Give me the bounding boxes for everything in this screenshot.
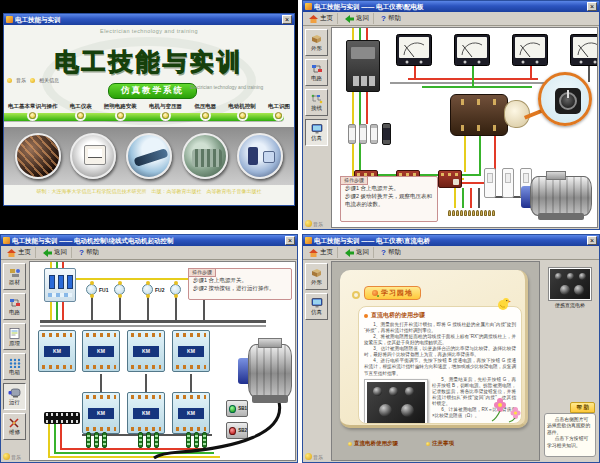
fuse-dark[interactable] [382,123,391,145]
sidebar-appearance[interactable]: 外形 [305,263,328,290]
sidebar-simulation[interactable]: 仿真 [305,293,328,320]
start-button-box[interactable]: SB1 [226,400,248,417]
contactor[interactable]: KM [172,330,210,372]
home-button[interactable]: 主页 [5,247,36,258]
titlebar: 电工技能与实训 —— 电工仪表\配电板 × [303,1,599,12]
photo-meter[interactable] [70,133,116,179]
home-button[interactable]: 主页 [307,247,338,258]
menu-item-motors-transformers[interactable]: 电机与变压器 [149,103,182,119]
menu-item-basics[interactable]: 电工基本常识与操作 [8,103,58,119]
sidebar-appearance[interactable]: 外形 [305,29,328,56]
menu-item-lowvoltage[interactable]: 低压电器 [194,103,216,119]
rotary-switch-knob[interactable] [555,88,581,114]
fuse[interactable] [359,124,367,144]
terminal-strip[interactable] [448,210,495,216]
wire [470,188,472,208]
fuse[interactable] [86,284,97,295]
main-menu: 电工基本常识与操作 电工仪表 照明电路安装 电机与变压器 低压电器 电动机控制 … [8,103,290,119]
flower-icon [372,290,378,296]
fuse[interactable] [142,284,153,295]
contactor[interactable]: KM [38,330,76,372]
music-icon[interactable] [305,220,312,227]
home-button[interactable]: 主页 [307,13,338,24]
sidebar-principle[interactable]: 原理 [3,323,26,350]
back-button[interactable]: 返回 [343,13,374,24]
back-button[interactable]: 返回 [41,247,72,258]
menu-dot-icon[interactable] [239,112,246,119]
fuse[interactable] [170,284,181,295]
wire [91,295,93,320]
back-button[interactable]: 返回 [343,247,374,258]
contactor[interactable]: KM [127,330,165,372]
photo-components[interactable] [237,133,283,179]
wiring-icon [311,94,323,104]
relay[interactable] [502,168,514,198]
photo-tool[interactable] [126,133,172,179]
sidebar-simulation[interactable]: 仿真 [305,119,328,146]
menu-dot-icon[interactable] [77,112,84,119]
help-button[interactable]: ? 帮助 [77,247,103,258]
device-thumbnail[interactable] [549,268,591,300]
help-button[interactable]: ? 帮助 [379,247,405,258]
link-precautions[interactable]: 注意事项 [426,440,454,447]
fuse[interactable] [114,284,125,295]
close-icon[interactable]: × [587,2,597,11]
sidebar: 外形 仿真 音乐 [303,260,330,462]
relay[interactable] [484,168,496,198]
terminal-block[interactable] [44,412,80,424]
sidebar-circuit[interactable]: 电路 [3,293,26,320]
motor[interactable] [248,344,292,398]
close-icon[interactable]: × [282,15,292,24]
menu-dot-icon[interactable] [162,112,169,119]
contactor[interactable]: KM [82,392,120,434]
circuit-breaker[interactable] [44,268,76,302]
sidebar-wiring[interactable]: 接线 [305,89,328,116]
thumbnail-label: 便携直流电桥 [555,302,585,308]
starting-resistor-coil [102,432,107,448]
info-icon[interactable] [30,78,35,83]
close-icon[interactable]: × [587,236,597,245]
start-button[interactable] [229,405,236,413]
contactor[interactable]: KM [172,392,210,434]
menu-dot-icon[interactable] [275,112,282,119]
music-icon[interactable] [305,453,312,460]
current-transformer[interactable] [438,170,462,188]
music-icon[interactable] [3,453,10,460]
stop-button[interactable] [229,427,236,435]
menu-item-drawings[interactable]: 电工识图 [268,103,290,119]
photo-wires[interactable] [15,133,61,179]
link-usage-steps[interactable]: 直流电桥使用步骤 [348,440,398,447]
menu-dot-icon[interactable] [29,112,36,119]
photo-motor[interactable] [182,133,228,179]
menu-item-instruments[interactable]: 电工仪表 [70,103,92,119]
menu-item-lighting[interactable]: 照明电路安装 [104,103,137,119]
help-button[interactable]: ? 帮助 [379,13,405,24]
window-icon [6,16,13,23]
fuse[interactable] [348,124,356,144]
circuit-breaker[interactable] [346,40,380,92]
motor-terminal-box [258,338,282,348]
analog-meter[interactable] [570,34,598,66]
music-icon[interactable] [7,78,12,83]
wire [530,66,532,78]
wire [48,456,220,458]
fuse[interactable] [370,124,378,144]
menu-item-motor-control[interactable]: 电动机控制 [228,103,256,119]
close-icon[interactable]: × [285,236,295,245]
sidebar-equipment[interactable]: 器材 [3,263,26,290]
sidebar-panel[interactable]: 电箱 [3,353,26,380]
menu-dot-icon[interactable] [117,112,124,119]
contactor[interactable]: KM [82,330,120,372]
sidebar-circuit[interactable]: 电路 [305,59,328,86]
contactor[interactable]: KM [127,392,165,434]
sidebar-run[interactable]: 运行 [3,383,26,410]
motor[interactable] [530,176,592,216]
analog-meter[interactable] [454,34,490,66]
sidebar-maintenance[interactable]: 维修 [3,413,26,440]
menu-dot-icon[interactable] [202,112,209,119]
changeover-switch[interactable] [450,94,508,136]
analog-meter[interactable] [512,34,548,66]
analog-meter[interactable] [396,34,432,66]
stop-button-box[interactable]: SB2 [226,422,248,439]
back-arrow-icon [345,15,354,23]
